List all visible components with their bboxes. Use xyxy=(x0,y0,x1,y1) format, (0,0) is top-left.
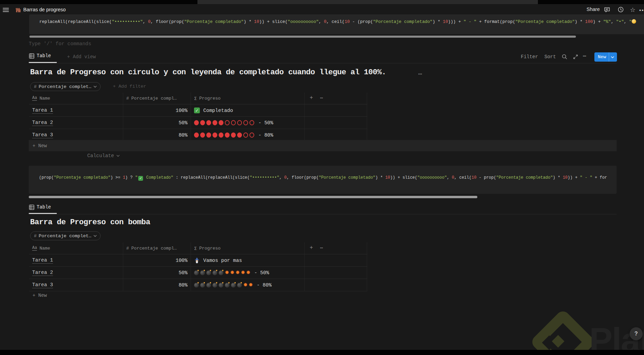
add-view-button[interactable]: + Add view xyxy=(67,54,96,60)
filter-chip-label: Porcentaje complet… xyxy=(39,84,91,89)
extra-cell[interactable] xyxy=(305,279,367,291)
formula-token: 10 xyxy=(345,20,350,24)
formula-token: , xyxy=(279,175,284,180)
add-column-button[interactable]: + xyxy=(310,95,313,101)
share-button[interactable]: Share xyxy=(587,7,600,12)
progress-cell[interactable]: - 80% xyxy=(191,129,305,141)
percent-cell[interactable]: 100% xyxy=(123,254,191,266)
help-button[interactable]: ? xyxy=(630,327,643,340)
progress-cell[interactable]: ✹✹- 80% xyxy=(191,279,305,291)
bomb-icon xyxy=(231,283,236,288)
columns-more-icon[interactable]: ⋯ xyxy=(320,245,323,251)
extra-cell[interactable] xyxy=(305,104,367,116)
column-header-extra xyxy=(305,242,367,254)
explosion-icon: ✹ xyxy=(243,282,248,288)
formula-editor-bottom[interactable]: (prop("Porcentaje completado") >= 1) ? "… xyxy=(29,166,617,194)
tab-table-2[interactable]: Table xyxy=(29,204,51,210)
table-row: Tarea 1100%✓Completado xyxy=(29,104,367,117)
formula-token: ) * xyxy=(553,175,563,180)
text-type-icon: Aa xyxy=(32,246,37,251)
table1-header: Aa Name # Porcentaje compl… Σ Progreso +… xyxy=(29,92,367,104)
platzi-logo-watermark xyxy=(532,316,591,355)
formula-token: "Porcentaje completado" xyxy=(515,20,575,24)
formula-token: 0 xyxy=(324,20,326,24)
progress-cell[interactable]: Vamos por mas xyxy=(191,254,305,266)
bomb-icon xyxy=(219,283,223,288)
sort-button[interactable]: Sort xyxy=(544,54,556,60)
percent-cell[interactable]: 100% xyxy=(123,104,191,116)
formula-token: )) + xyxy=(568,175,580,180)
percent-cell[interactable]: 50% xyxy=(123,117,191,129)
formula-token: (prop( xyxy=(39,175,54,180)
search-icon[interactable] xyxy=(561,53,569,61)
name-cell[interactable]: Tarea 2 xyxy=(29,267,123,279)
name-cell[interactable]: Tarea 3 xyxy=(29,129,123,141)
bomb-icon xyxy=(212,283,217,288)
extra-cell[interactable] xyxy=(305,117,367,129)
row-title: Tarea 3 xyxy=(32,132,53,138)
formula-token: " xyxy=(629,20,632,24)
filter-button[interactable]: Filter xyxy=(521,54,538,60)
table1-new-row[interactable]: + New xyxy=(29,140,617,151)
progress-suffix: - 50% xyxy=(258,120,273,126)
add-column-button[interactable]: + xyxy=(310,245,313,251)
comments-icon[interactable] xyxy=(604,6,611,14)
percent-cell[interactable]: 80% xyxy=(123,129,191,141)
hamburger-menu-icon[interactable] xyxy=(3,8,9,13)
row-title: Tarea 1 xyxy=(32,107,53,114)
progress-cell[interactable]: ✹✹✹✹✹- 50% xyxy=(191,267,305,279)
table2-body: Tarea 1100%Vamos por masTarea 250%✹✹✹✹✹-… xyxy=(29,254,367,291)
formula-token: ) + xyxy=(593,20,603,24)
topbar-more-icon[interactable]: •• xyxy=(639,7,644,13)
formula-editor-top[interactable]: replaceAll(replaceAll(slice("••••••••••"… xyxy=(29,14,644,34)
column-header-name[interactable]: Aa Name xyxy=(29,242,123,254)
horizontal-scrollbar-bottom[interactable] xyxy=(29,196,477,198)
filter-chip-percent-2[interactable]: # Porcentaje complet… xyxy=(30,231,101,240)
new-button[interactable]: New xyxy=(594,52,617,62)
progress-cell[interactable]: - 50% xyxy=(191,117,305,129)
name-cell[interactable]: Tarea 2 xyxy=(29,117,123,129)
horizontal-scrollbar-top[interactable] xyxy=(29,36,576,38)
name-cell[interactable]: Tarea 1 xyxy=(29,104,123,116)
add-filter-button[interactable]: + Add filter xyxy=(113,84,146,89)
editor-placeholder[interactable]: Type '/' for commands xyxy=(29,41,91,47)
table2-new-row[interactable]: + New xyxy=(29,290,617,301)
percent-cell[interactable]: 50% xyxy=(123,267,191,279)
filter-chip-2-label: Porcentaje complet… xyxy=(39,233,91,239)
new-row-label: + New xyxy=(29,293,47,298)
calculate-button[interactable]: Calculate xyxy=(87,153,120,159)
tab-table[interactable]: Table xyxy=(29,53,51,59)
castle-page-icon[interactable] xyxy=(15,7,21,13)
extra-cell[interactable] xyxy=(305,267,367,279)
toolbar-divider xyxy=(29,63,617,63)
formula-token: ) * xyxy=(375,175,385,180)
formula-token: "oooooooooo" xyxy=(417,175,447,180)
progress-cell[interactable]: ✓Completado xyxy=(191,104,305,116)
filled-circle-icon xyxy=(194,132,199,138)
column-header-percent[interactable]: # Porcentaje compl… xyxy=(123,92,191,104)
new-button-label: New xyxy=(594,54,609,60)
chevron-down-icon[interactable] xyxy=(609,56,616,58)
columns-more-icon[interactable]: ⋯ xyxy=(320,95,323,101)
row-title: Tarea 2 xyxy=(32,270,53,276)
expand-icon[interactable] xyxy=(572,53,580,61)
name-cell[interactable]: Tarea 1 xyxy=(29,254,123,266)
percent-cell[interactable]: 80% xyxy=(123,279,191,291)
extra-cell[interactable] xyxy=(305,129,367,141)
formula-token: , ceil( xyxy=(454,175,472,180)
column-header-percent[interactable]: # Porcentaje compl… xyxy=(123,242,191,254)
column-header-progress[interactable]: Σ Progreso xyxy=(191,92,305,104)
bomb-icon xyxy=(200,283,205,288)
formula-token: ))) + xyxy=(448,20,463,24)
filter-chip-percent[interactable]: # Porcentaje complet… xyxy=(30,82,101,91)
favorite-star-icon[interactable]: ☆ xyxy=(630,6,637,14)
table-grid-icon xyxy=(29,53,34,59)
section1-more-icon[interactable]: ⋯ xyxy=(418,70,422,78)
history-clock-icon[interactable] xyxy=(617,6,625,14)
extra-cell[interactable] xyxy=(305,254,367,266)
name-cell[interactable]: Tarea 3 xyxy=(29,279,123,291)
column-header-progress[interactable]: Σ Progreso xyxy=(191,242,305,254)
view-more-icon[interactable]: ⋯ xyxy=(583,52,587,60)
explosion-icon: ✹ xyxy=(246,270,250,275)
column-header-name[interactable]: Aa Name xyxy=(29,92,123,104)
